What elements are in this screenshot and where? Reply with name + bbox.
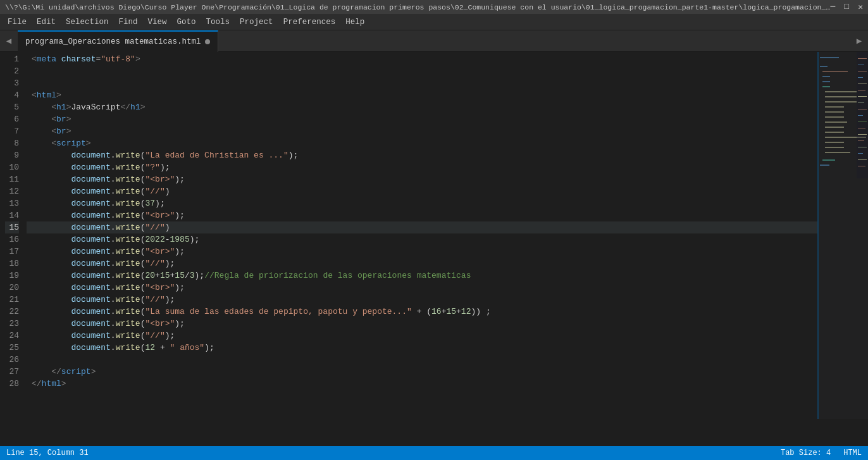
line-num-17: 17: [5, 246, 19, 258]
code-line-6: <br>: [27, 113, 817, 125]
menu-tools[interactable]: Tools: [201, 16, 235, 28]
code-line-14: document.write("<br>");: [27, 209, 817, 221]
code-line-1: <meta charset="utf-8">: [27, 53, 817, 65]
line-num-8: 8: [5, 137, 19, 149]
line-num-24: 24: [5, 330, 19, 342]
minimize-button[interactable]: ─: [831, 2, 836, 12]
title-bar-controls: ─ □ ✕: [831, 2, 863, 12]
menu-edit[interactable]: Edit: [32, 16, 61, 28]
tab-modified-dot: [205, 39, 210, 44]
maximize-button[interactable]: □: [844, 2, 849, 12]
title-bar: \\?\G:\Mi unidad\archivos Diego\Curso Pl…: [0, 0, 868, 14]
tab-nav-left[interactable]: ◀: [0, 30, 18, 52]
line-num-3: 3: [5, 77, 19, 89]
line-num-23: 23: [5, 318, 19, 330]
title-bar-path: \\?\G:\Mi unidad\archivos Diego\Curso Pl…: [5, 3, 831, 11]
tab-nav-right[interactable]: ▶: [850, 30, 868, 52]
svg-rect-37: [858, 134, 867, 135]
svg-rect-23: [817, 52, 819, 419]
menu-view[interactable]: View: [143, 16, 172, 28]
status-tab-size[interactable]: Tab Size: 4: [781, 449, 831, 457]
line-num-10: 10: [5, 161, 19, 173]
line-num-19: 19: [5, 270, 19, 282]
svg-rect-33: [858, 109, 867, 109]
line-num-4: 4: [5, 89, 19, 101]
svg-rect-42: [858, 166, 865, 166]
menu-selection[interactable]: Selection: [61, 16, 114, 28]
status-position[interactable]: Line 15, Column 31: [6, 449, 89, 457]
svg-rect-40: [858, 153, 863, 154]
close-button[interactable]: ✕: [858, 2, 863, 12]
line-num-25: 25: [5, 342, 19, 354]
svg-rect-31: [858, 96, 867, 97]
code-line-17: document.write("<br>");: [27, 246, 817, 258]
code-line-5: <h1>JavaScript</h1>: [27, 101, 817, 113]
status-right: Tab Size: 4 HTML: [781, 449, 862, 457]
code-line-20: document.write("<br>");: [27, 282, 817, 294]
line-num-22: 22: [5, 306, 19, 318]
menu-file[interactable]: File: [3, 16, 32, 28]
svg-rect-32: [858, 103, 864, 103]
code-line-26: [27, 354, 817, 366]
code-line-19: document.write(20+15+15/3);//Regla de pr…: [27, 270, 817, 282]
line-num-16: 16: [5, 233, 19, 246]
code-line-22: document.write("La suma de las edades de…: [27, 306, 817, 318]
line-num-2: 2: [5, 65, 19, 77]
code-line-12: document.write("//"): [27, 185, 817, 197]
line-num-5: 5: [5, 101, 19, 113]
editor-tab[interactable]: programa_Operaciones matematicas.html: [18, 30, 218, 52]
line-num-21: 21: [5, 294, 19, 306]
line-num-28: 28: [5, 378, 19, 390]
code-line-10: document.write("?");: [27, 161, 817, 173]
editor-container: 1 2 3 4 5 6 7 8 9 10 11 12 13 14 15 16 1…: [0, 52, 868, 446]
tab-filename: programa_Operaciones matematicas.html: [25, 37, 201, 46]
svg-rect-29: [858, 84, 867, 84]
code-area[interactable]: <meta charset="utf-8"> <html> <h1>JavaSc…: [27, 52, 817, 446]
line-num-6: 6: [5, 113, 19, 125]
menu-bar: File Edit Selection Find View Goto Tools…: [0, 14, 868, 30]
svg-rect-35: [858, 121, 867, 122]
minimap-svg: [817, 52, 868, 419]
menu-find[interactable]: Find: [114, 16, 143, 28]
code-line-25: document.write(12 + " años");: [27, 342, 817, 354]
svg-rect-36: [858, 128, 865, 128]
code-line-16: document.write(2022-1985);: [27, 233, 817, 246]
line-num-27: 27: [5, 366, 19, 378]
code-line-4: <html>: [27, 89, 817, 101]
status-bar: Line 15, Column 31 Tab Size: 4 HTML: [0, 446, 868, 460]
tab-bar: ◀ programa_Operaciones matematicas.html …: [0, 30, 868, 52]
menu-help[interactable]: Help: [340, 16, 369, 28]
code-line-27: </script>: [27, 366, 817, 378]
code-line-11: document.write("<br>");: [27, 173, 817, 185]
code-line-28: </html>: [27, 378, 817, 390]
svg-rect-41: [858, 159, 867, 160]
svg-rect-30: [858, 90, 865, 90]
line-num-18: 18: [5, 258, 19, 270]
code-line-13: document.write(37);: [27, 197, 817, 209]
code-line-15: document.write("//"): [27, 221, 817, 233]
svg-rect-26: [858, 65, 864, 65]
code-line-18: document.write("//");: [27, 258, 817, 270]
line-num-14: 14: [5, 209, 19, 221]
status-left: Line 15, Column 31: [6, 449, 89, 457]
line-num-11: 11: [5, 173, 19, 185]
code-line-21: document.write("//");: [27, 294, 817, 306]
svg-rect-38: [858, 140, 864, 141]
code-line-23: document.write("<br>");: [27, 318, 817, 330]
line-num-26: 26: [5, 354, 19, 366]
code-line-2: [27, 65, 817, 77]
line-num-12: 12: [5, 185, 19, 197]
code-line-9: document.write("La edad de Christian es …: [27, 149, 817, 161]
line-num-1: 1: [5, 53, 19, 65]
code-line-24: document.write("//");: [27, 330, 817, 342]
status-language[interactable]: HTML: [843, 449, 862, 457]
svg-rect-39: [858, 147, 867, 147]
menu-preferences[interactable]: Preferences: [278, 16, 341, 28]
menu-project[interactable]: Project: [235, 16, 278, 28]
minimap: [817, 52, 868, 446]
menu-goto[interactable]: Goto: [172, 16, 201, 28]
svg-rect-25: [858, 58, 867, 59]
line-num-9: 9: [5, 149, 19, 161]
line-num-15: 15: [5, 221, 19, 233]
line-num-20: 20: [5, 282, 19, 294]
